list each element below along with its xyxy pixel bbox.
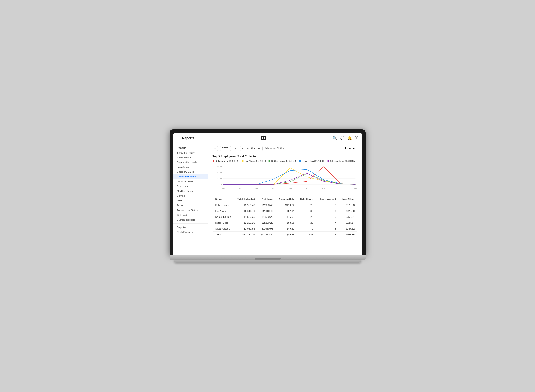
cell-sales-per-hour: $326.30 — [339, 208, 357, 214]
cell-avg-sale: $119.62 — [276, 202, 297, 208]
square-logo-inner — [262, 137, 265, 139]
chart-svg: $3,000 $2,000 $1,000 $0 12am 3am 6am 9am — [213, 164, 357, 192]
topbar: Reports 🔍 💬 🔔 ⓘ — [174, 133, 362, 143]
sidebar-item-payment-methods[interactable]: Payment Methods — [174, 160, 208, 165]
cell-avg-sale: $88.08 — [276, 220, 297, 226]
cell-net-sales: $1,980.95 — [258, 226, 276, 232]
date-display: 07/07 — [220, 146, 231, 151]
sidebar-item-gift-cards[interactable]: Gift Cards — [174, 213, 208, 217]
col-name: Name — [213, 196, 234, 202]
next-date-button[interactable]: > — [233, 146, 238, 151]
sidebar-item-custom-reports[interactable]: Custom Reports — [174, 217, 208, 222]
export-chevron-icon: ▾ — [353, 147, 355, 150]
cell-total-collected: $2,990.40 — [234, 202, 258, 208]
topbar-center — [194, 136, 332, 140]
legend-dot — [269, 160, 270, 162]
col-avg-sale: Average Sale — [276, 196, 297, 202]
sidebar-item-sales-summary[interactable]: Sales Summary — [174, 150, 208, 155]
table-row: Rizzo, Elisa $2,290.20 $2,290.20 $88.08 … — [213, 220, 357, 226]
topbar-right: 🔍 💬 🔔 ⓘ — [332, 136, 358, 140]
sidebar-item-transaction-status[interactable]: Transaction Status — [174, 208, 208, 213]
table-row: Noble, Lauren $1,500.25 $1,500.25 $75.01… — [213, 214, 357, 220]
chart-legend: Keller, Justin $2,990.40Lin, Alycia $2,6… — [213, 160, 357, 162]
sidebar-item-category-sales[interactable]: Category Sales — [174, 169, 208, 174]
cell-sales-per-hour: $373.80 — [339, 202, 357, 208]
search-icon[interactable]: 🔍 — [332, 136, 337, 140]
col-hours-worked: Hours Worked — [316, 196, 339, 202]
sidebar-item-modifier-sales[interactable]: Modifier Sales — [174, 189, 208, 193]
cell-sale-count: 26 — [297, 220, 316, 226]
sidebar-item-disputes[interactable]: Disputes — [174, 225, 208, 230]
chart-title: Top 5 Employees: Total Collected — [213, 155, 357, 158]
bell-icon[interactable]: 🔔 — [347, 136, 352, 140]
location-select[interactable]: All Locations ▼ — [240, 146, 263, 151]
cell-total-collected: $11,372.20 — [234, 232, 258, 238]
cell-total-label: Total — [213, 232, 234, 238]
hamburger-icon[interactable] — [177, 137, 180, 139]
prev-date-button[interactable]: < — [213, 146, 218, 151]
sidebar-caret-icon: ⌃ — [187, 146, 189, 149]
svg-text:$3,000: $3,000 — [218, 165, 222, 168]
legend-item: Noble, Lauren $1,500.25 — [269, 160, 297, 162]
col-sale-count: Sale Count — [297, 196, 316, 202]
col-sales-per-hour: Sales/Hour — [339, 196, 357, 202]
table-header-row: Name Total Collected Net Sales Average S… — [213, 196, 357, 202]
col-net-sales: Net Sales — [258, 196, 276, 202]
cell-name: Noble, Lauren — [213, 214, 234, 220]
cell-hours-worked: 8 — [316, 226, 339, 232]
svg-text:9am: 9am — [272, 187, 275, 190]
svg-text:$2,000: $2,000 — [218, 171, 222, 173]
cell-total-collected: $1,980.95 — [234, 226, 258, 232]
legend-label: Silva, Antonio $1,980.95 — [330, 160, 355, 162]
cell-sales-per-hour: $327.17 — [339, 220, 357, 226]
legend-item: Silva, Antonio $1,980.95 — [327, 160, 355, 162]
topbar-left: Reports — [177, 136, 195, 140]
sidebar-item-item-sales[interactable]: Item Sales — [174, 165, 208, 169]
sidebar: Reports ⌃ Sales Summary Sales Trends Pay… — [174, 143, 208, 255]
table-row: Lin, Alycia $2,610.40 $2,610.40 $87.01 3… — [213, 208, 357, 214]
legend-label: Keller, Justin $2,990.40 — [216, 160, 239, 162]
legend-item: Keller, Justin $2,990.40 — [213, 160, 239, 162]
legend-dot — [327, 160, 329, 162]
sidebar-item-labor-vs-sales[interactable]: Labor vs Sales — [174, 179, 208, 184]
laptop-hinge — [255, 258, 281, 260]
cell-hours-worked: 8 — [316, 208, 339, 214]
cell-name: Rizzo, Elisa — [213, 220, 234, 226]
svg-text:6am: 6am — [255, 187, 258, 190]
legend-label: Lin, Alycia $2,610.40 — [245, 160, 266, 162]
main-content: < 07/07 > All Locations ▼ Advanced Optio… — [208, 143, 362, 255]
sidebar-item-comps[interactable]: Comps — [174, 193, 208, 198]
cell-total-collected: $2,610.40 — [234, 208, 258, 214]
sidebar-item-employee-sales[interactable]: Employee Sales — [174, 174, 208, 179]
sidebar-item-sales-trends[interactable]: Sales Trends — [174, 155, 208, 160]
chat-icon[interactable]: 💬 — [340, 136, 344, 140]
topbar-title: Reports — [182, 136, 195, 140]
chart-section: Top 5 Employees: Total Collected Keller,… — [213, 155, 357, 192]
export-button[interactable]: Export ▾ — [342, 146, 357, 151]
body-area: Reports ⌃ Sales Summary Sales Trends Pay… — [174, 143, 362, 255]
cell-total-hours-worked: 37 — [316, 232, 339, 238]
cell-net-sales: $2,290.20 — [258, 220, 276, 226]
sidebar-item-voids[interactable]: Voids — [174, 198, 208, 203]
sidebar-item-cash-drawers[interactable]: Cash Drawers — [174, 230, 208, 234]
laptop-bottom — [174, 260, 361, 263]
legend-label: Noble, Lauren $1,500.25 — [271, 160, 297, 162]
cell-hours-worked: 6 — [316, 214, 339, 220]
cell-total-collected: $2,290.20 — [234, 220, 258, 226]
legend-label: Rizzo, Elisa $2,290.20 — [302, 160, 324, 162]
cell-net-sales: $1,500.25 — [258, 214, 276, 220]
col-total-collected: Total Collected — [234, 196, 258, 202]
help-icon[interactable]: ⓘ — [355, 136, 358, 140]
svg-text:6pm: 6pm — [322, 187, 325, 190]
cell-sales-per-hour: $250.04 — [339, 214, 357, 220]
cell-avg-sale: $75.01 — [276, 214, 297, 220]
svg-text:3am: 3am — [238, 187, 241, 190]
sidebar-item-discounts[interactable]: Discounts — [174, 184, 208, 189]
sidebar-reports-header[interactable]: Reports ⌃ — [174, 145, 208, 150]
cell-total-avg-sale: $80.65 — [276, 232, 297, 238]
chart-container: $3,000 $2,000 $1,000 $0 12am 3am 6am 9am — [213, 164, 357, 192]
legend-item: Lin, Alycia $2,610.40 — [242, 160, 266, 162]
sidebar-item-taxes[interactable]: Taxes — [174, 203, 208, 208]
toolbar: < 07/07 > All Locations ▼ Advanced Optio… — [213, 146, 357, 151]
advanced-options-link[interactable]: Advanced Options — [264, 147, 286, 150]
